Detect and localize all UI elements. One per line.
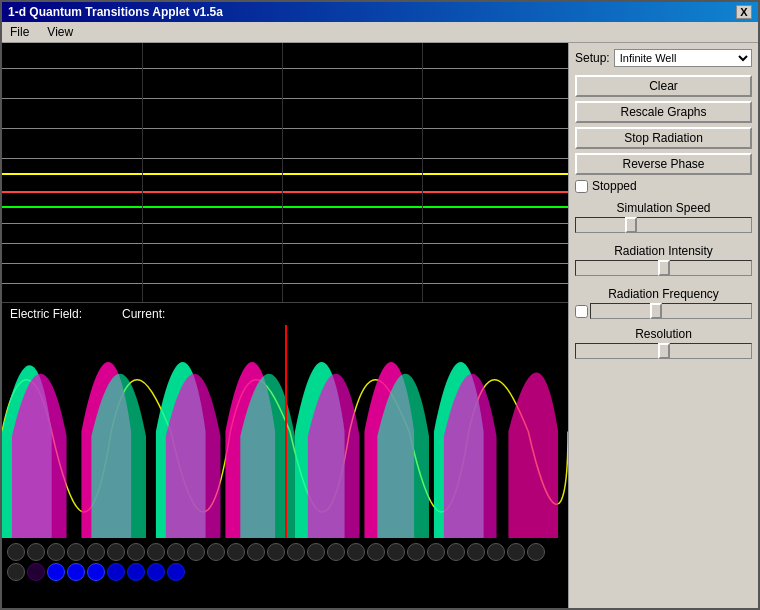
energy-line [2,128,568,129]
energy-line [2,158,568,159]
simulation-speed-section: Simulation Speed [575,201,752,236]
radiation-frequency-label: Radiation Frequency [575,287,752,301]
electric-field-label: Electric Field: [10,307,82,321]
radiation-frequency-section: Radiation Frequency [575,287,752,319]
sidebar: Setup: Infinite Well Harmonic Oscillator… [568,43,758,608]
current-label: Current: [122,307,165,321]
wave-panel [2,325,568,538]
dot-blue [147,563,165,581]
dot [287,543,305,561]
dot [507,543,525,561]
setup-select[interactable]: Infinite Well Harmonic Oscillator Hydrog… [614,49,752,67]
window-title: 1-d Quantum Transitions Applet v1.5a [8,5,223,19]
energy-level-green [2,206,568,208]
dot [427,543,445,561]
resolution-section: Resolution [575,327,752,362]
info-bar: Electric Field: Current: [2,303,568,325]
energy-line [2,223,568,224]
dot [187,543,205,561]
setup-row: Setup: Infinite Well Harmonic Oscillator… [575,49,752,67]
dot [27,543,45,561]
dot [267,543,285,561]
dot [7,563,25,581]
energy-line [2,98,568,99]
dot [307,543,325,561]
energy-line [2,243,568,244]
dot [207,543,225,561]
dot [247,543,265,561]
resolution-slider[interactable] [575,343,752,359]
energy-panel [2,43,568,303]
menu-file[interactable]: File [6,24,33,40]
dot [347,543,365,561]
clear-button[interactable]: Clear [575,75,752,97]
resolution-label: Resolution [575,327,752,341]
radiation-frequency-checkbox[interactable] [575,305,588,318]
energy-line [2,263,568,264]
stop-radiation-button[interactable]: Stop Radiation [575,127,752,149]
dot [47,543,65,561]
dot [467,543,485,561]
energy-line [2,68,568,69]
rescale-button[interactable]: Rescale Graphs [575,101,752,123]
radiation-intensity-section: Radiation Intensity [575,244,752,279]
dot [147,543,165,561]
dot-blue [67,563,85,581]
menu-view[interactable]: View [43,24,77,40]
radiation-frequency-slider[interactable] [590,303,752,319]
dot [167,543,185,561]
dot-blue [87,563,105,581]
dot [7,543,25,561]
dot [387,543,405,561]
dot [407,543,425,561]
dot-blue [127,563,145,581]
main-window: 1-d Quantum Transitions Applet v1.5a X F… [0,0,760,610]
dot [87,543,105,561]
stopped-label: Stopped [592,179,637,193]
simulation-speed-label: Simulation Speed [575,201,752,215]
canvas-area: Electric Field: Current: [2,43,568,608]
dots-panel [2,538,568,608]
dot [27,563,45,581]
setup-label: Setup: [575,51,610,65]
title-bar: 1-d Quantum Transitions Applet v1.5a X [2,2,758,22]
energy-line [2,283,568,284]
dot [107,543,125,561]
red-line [285,325,287,538]
dot [447,543,465,561]
dot-blue [47,563,65,581]
dot [487,543,505,561]
main-area: Electric Field: Current: [2,43,758,608]
energy-level-red [2,191,568,193]
dot [527,543,545,561]
reverse-phase-button[interactable]: Reverse Phase [575,153,752,175]
dot [67,543,85,561]
close-button[interactable]: X [736,5,752,19]
divider [422,43,423,302]
radiation-intensity-slider[interactable] [575,260,752,276]
dot [327,543,345,561]
divider [282,43,283,302]
radiation-intensity-label: Radiation Intensity [575,244,752,258]
simulation-speed-slider[interactable] [575,217,752,233]
dot-blue [167,563,185,581]
menu-bar: File View [2,22,758,43]
dot-blue [107,563,125,581]
dot [127,543,145,561]
stopped-checkbox[interactable] [575,180,588,193]
dot [367,543,385,561]
divider [142,43,143,302]
stopped-row: Stopped [575,179,752,193]
energy-level-yellow [2,173,568,175]
dot [227,543,245,561]
